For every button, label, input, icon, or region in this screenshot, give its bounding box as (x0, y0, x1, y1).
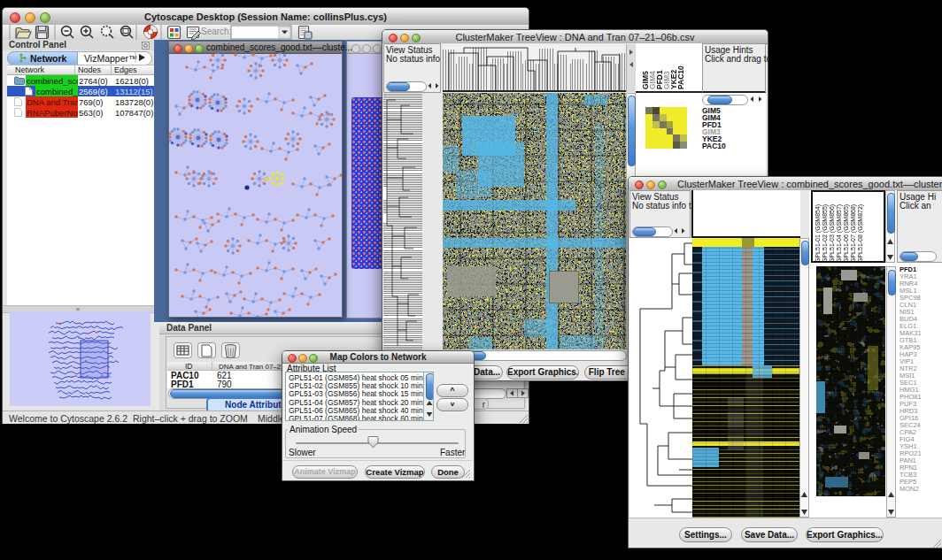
svg-text:Search:: Search: (201, 27, 231, 36)
